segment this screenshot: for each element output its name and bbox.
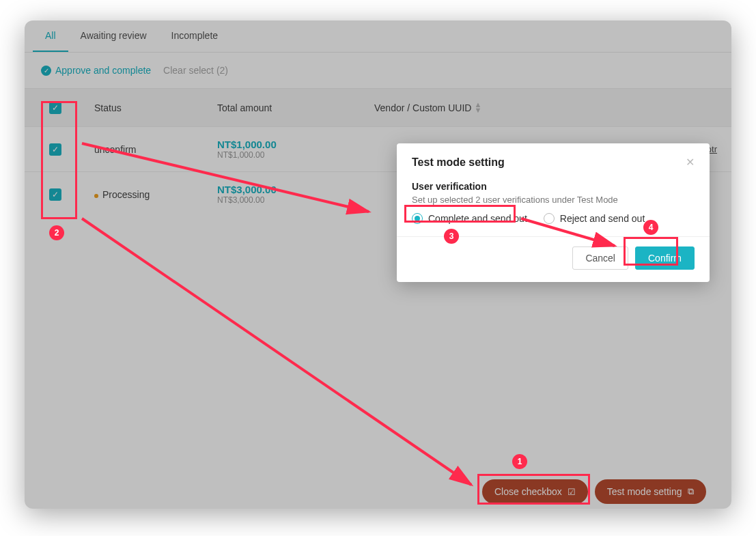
section-label: User verification bbox=[412, 181, 695, 192]
close-checkbox-label: Close checkbox bbox=[494, 486, 562, 497]
tab-awaiting[interactable]: Awaiting review bbox=[68, 20, 159, 52]
test-mode-label: Test mode setting bbox=[607, 486, 682, 497]
row-amount: NT$1,000.00 bbox=[217, 139, 358, 150]
approve-label: Approve and complete bbox=[55, 65, 151, 76]
modal-title: Test mode setting bbox=[412, 156, 505, 169]
row-checkbox[interactable]: ✓ bbox=[49, 143, 61, 156]
radio-icon bbox=[412, 213, 423, 224]
row-status: Processing bbox=[86, 189, 209, 200]
radio-label: Reject and send out bbox=[560, 213, 645, 224]
test-mode-modal: Test mode setting ✕ User verification Se… bbox=[397, 143, 710, 282]
row-checkbox[interactable]: ✓ bbox=[49, 188, 61, 201]
col-total: Total amount bbox=[209, 102, 366, 113]
app-frame: All Awaiting review Incomplete ✓ Approve… bbox=[25, 20, 731, 509]
checkbox-icon: ☑ bbox=[568, 487, 576, 497]
tab-incomplete[interactable]: Incomplete bbox=[159, 20, 230, 52]
tabs: All Awaiting review Incomplete bbox=[25, 20, 731, 53]
radio-icon bbox=[544, 213, 555, 224]
close-icon[interactable]: ✕ bbox=[686, 156, 695, 169]
modal-header: Test mode setting ✕ bbox=[397, 143, 710, 181]
close-checkbox-button[interactable]: Close checkbox ☑ bbox=[482, 479, 588, 504]
modal-footer: Cancel Confirm bbox=[397, 236, 710, 282]
select-all-checkbox[interactable]: ✓ bbox=[49, 102, 61, 114]
modal-body: User verification Set up selected 2 user… bbox=[397, 181, 710, 236]
col-vendor-label: Vendor / Custom UUID bbox=[374, 102, 471, 113]
sort-icon: ▲▼ bbox=[474, 102, 481, 113]
check-circle-icon: ✓ bbox=[41, 66, 51, 76]
radio-complete[interactable]: Complete and send out bbox=[412, 213, 527, 224]
section-desc: Set up selected 2 user verifications und… bbox=[412, 195, 695, 205]
col-status: Status bbox=[86, 102, 209, 113]
sliders-icon: ⧉ bbox=[688, 486, 694, 497]
test-mode-setting-button[interactable]: Test mode setting ⧉ bbox=[595, 479, 706, 504]
row-amount: NT$3,000.00 bbox=[217, 184, 358, 195]
radio-reject[interactable]: Reject and send out bbox=[544, 213, 645, 224]
tab-all[interactable]: All bbox=[33, 20, 68, 52]
radio-label: Complete and send out bbox=[428, 213, 527, 224]
row-status-label: Processing bbox=[102, 189, 150, 200]
col-vendor[interactable]: Vendor / Custom UUID ▲▼ bbox=[366, 102, 721, 113]
action-bar: ✓ Approve and complete Clear select (2) bbox=[25, 53, 731, 88]
row-subamount: NT$1,000.00 bbox=[217, 150, 358, 160]
table-header: ✓ Status Total amount Vendor / Custom UU… bbox=[25, 88, 731, 126]
radio-group: Complete and send out Reject and send ou… bbox=[412, 213, 695, 224]
row-subamount: NT$3,000.00 bbox=[217, 195, 358, 205]
row-status: unconfirm bbox=[86, 144, 209, 155]
row-amount-cell: NT$1,000.00 NT$1,000.00 bbox=[209, 139, 366, 160]
floating-action-bar: Close checkbox ☑ Test mode setting ⧉ bbox=[482, 479, 706, 504]
row-amount-cell: NT$3,000.00 NT$3,000.00 bbox=[209, 184, 366, 205]
cancel-button[interactable]: Cancel bbox=[572, 246, 628, 270]
confirm-button[interactable]: Confirm bbox=[635, 246, 695, 270]
clear-select-action[interactable]: Clear select (2) bbox=[163, 65, 228, 76]
status-dot-icon bbox=[94, 194, 98, 198]
approve-action[interactable]: ✓ Approve and complete bbox=[41, 65, 151, 76]
